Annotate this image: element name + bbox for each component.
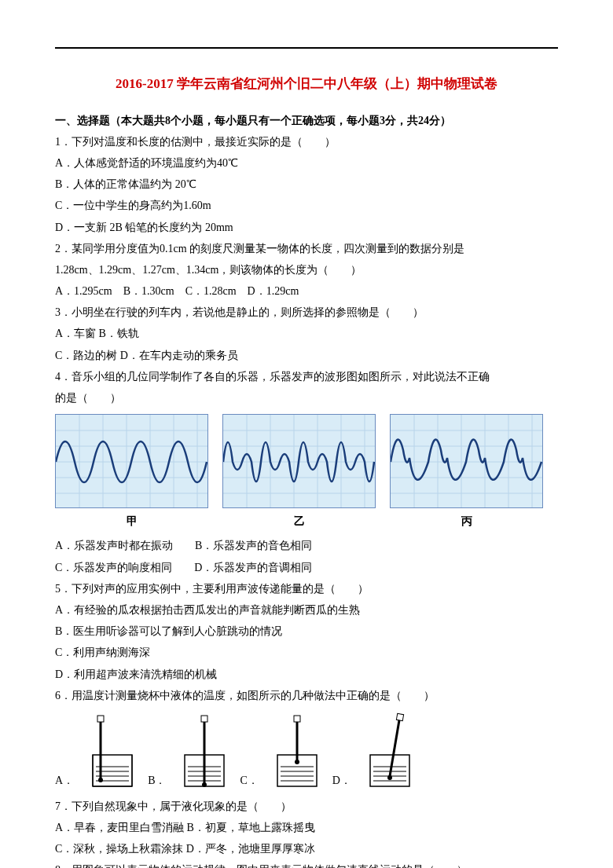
q3-stem: 3．小明坐在行驶的列车内，若说他是静止的，则所选择的参照物是（ ） [55,302,558,322]
svg-rect-40 [97,716,104,722]
beaker-b-icon [177,712,232,790]
wave-label-yi: 乙 [222,511,376,531]
waveform-bing [390,414,543,508]
q7-opts-ab: A．早春，麦田里白雪消融 B．初夏，草地上露珠摇曳 [55,818,558,837]
q2-opts: A．1.295cm B．1.30cm C．1.28cm D．1.29cm [55,281,558,301]
wave-label-bing: 丙 [390,511,543,531]
q1-opt-b: B．人体的正常体温约为 20℃ [55,174,558,194]
svg-rect-48 [201,716,207,722]
waveform-yi [222,414,376,508]
q6-stem: 6．用温度计测量烧杯中液体的温度，如图所示的几种做法中正确的是（ ） [55,686,558,705]
q5-opt-b: B．医生用听诊器可以了解到人心脏跳动的情况 [55,621,558,641]
q2-stem: 2．某同学用分度值为0.1cm 的刻度尺测量某一物体的长度，四次测量到的数据分别… [55,239,558,258]
q1-opt-a: A．人体感觉舒适的环境温度约为40℃ [55,153,558,173]
beaker-label-c: C． [240,771,258,790]
waveform-jia [55,414,208,508]
wave-label-jia: 甲 [55,511,208,531]
waveform-labels: 甲 乙 丙 [55,511,558,531]
svg-rect-56 [294,716,300,722]
beaker-figures: A． B． C． D． [55,712,558,790]
q1-opt-d: D．一支新 2B 铅笔的长度约为 20mm [55,218,558,237]
svg-point-47 [202,782,207,787]
beaker-d-icon [362,712,417,790]
q7-opts-cd: C．深秋，操场上秋霜涂抹 D．严冬，池塘里厚厚寒冰 [55,839,558,859]
q5-opt-a: A．有经验的瓜农根据拍击西瓜发出的声音就能判断西瓜的生熟 [55,600,558,620]
svg-point-63 [387,775,392,780]
q4-opts-cd: C．乐器发声的响度相同 D．乐器发声的音调相同 [55,558,558,577]
beaker-a-icon [85,712,140,790]
beaker-label-a: A． [55,771,74,790]
q5-opt-d: D．利用超声波来清洗精细的机械 [55,665,558,684]
beaker-label-b: B． [148,771,166,790]
svg-point-55 [295,760,299,764]
beaker-c-icon [270,712,325,790]
section-1-header: 一、选择题（本大题共8个小题，每小题只有一个正确选项，每小题3分，共24分） [55,111,558,130]
q8-stem: 8．用图象可以表示物体的运动规律，图中用来表示物体做匀速直线运动的是（ ） [55,860,558,868]
q7-stem: 7．下列自然现象中，属于液化现象的是（ ） [55,797,558,816]
q3-opts-cd: C．路边的树 D．在车内走动的乘务员 [55,346,558,365]
q4-opts-ab: A．乐器发声时都在振动 B．乐器发声的音色相同 [55,536,558,555]
svg-rect-64 [396,713,403,720]
q4-stem: 4．音乐小组的几位同学制作了各自的乐器，乐器发声的波形图如图所示，对此说法不正确 [55,367,558,386]
beaker-label-d: D． [332,771,351,790]
q3-opts-ab: A．车窗 B．铁轨 [55,324,558,343]
q4-stem-2: 的是（ ） [55,388,558,408]
q5-opt-c: C．利用声纳测海深 [55,643,558,662]
q5-stem: 5．下列对声的应用实例中，主要利用声波传递能量的是（ ） [55,579,558,599]
exam-title: 2016-2017 学年云南省红河州个旧二中八年级（上）期中物理试卷 [55,72,558,97]
q1-stem: 1．下列对温度和长度的估测中，最接近实际的是（ ） [55,132,558,152]
waveform-figures [55,414,558,508]
svg-point-39 [98,778,103,782]
q1-opt-c: C．一位中学生的身高约为1.60m [55,196,558,215]
svg-rect-33 [93,755,132,786]
q2-stem-2: 1.28cm、1.29cm、1.27cm、1.34cm，则该物体的长度为（ ） [55,260,558,280]
top-rule [55,47,558,49]
